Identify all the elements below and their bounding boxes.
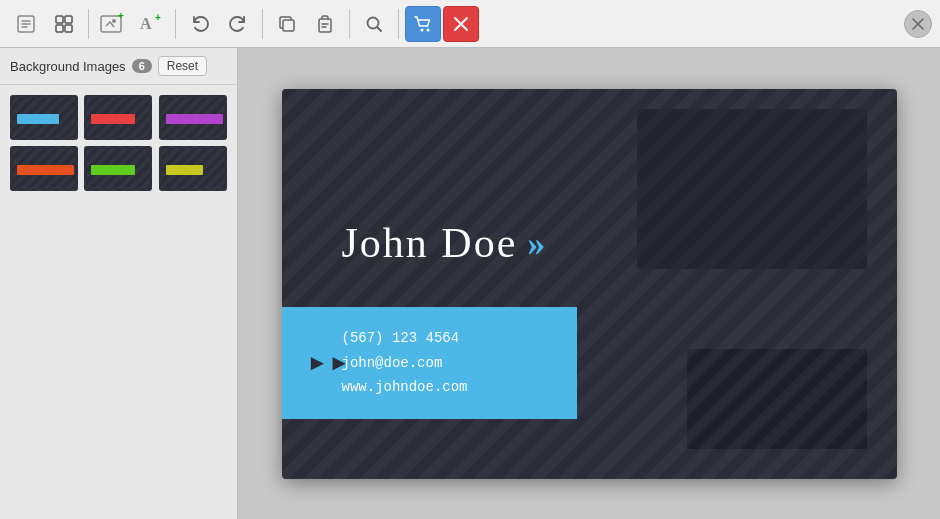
sidebar-badge: 6 (132, 59, 152, 73)
svg-rect-2 (65, 16, 72, 23)
thumbnail-2[interactable] (84, 95, 152, 140)
divider-1 (88, 9, 89, 39)
thumbnail-5[interactable] (84, 146, 152, 191)
card-info-box: ►► (567) 123 4564 john@doe.com www.johnd… (282, 307, 577, 418)
svg-rect-3 (56, 25, 63, 32)
paste-button[interactable] (307, 6, 343, 42)
divider-2 (175, 9, 176, 39)
svg-rect-1 (56, 16, 63, 23)
grid-tab-button[interactable] (46, 6, 82, 42)
svg-text:A: A (140, 15, 152, 32)
main-area: Background Images 6 Reset (0, 48, 940, 519)
divider-4 (349, 9, 350, 39)
svg-point-6 (112, 19, 116, 23)
card-website: www.johndoe.com (342, 376, 557, 398)
copy-button[interactable] (269, 6, 305, 42)
reset-button[interactable]: Reset (158, 56, 207, 76)
sidebar-title: Background Images (10, 59, 126, 74)
card-dark-overlay-bottom (687, 349, 867, 449)
svg-rect-10 (283, 20, 294, 31)
search-button[interactable] (356, 6, 392, 42)
card-phone: (567) 123 4564 (342, 327, 557, 349)
toolbar: + A + (0, 0, 940, 48)
undo-button[interactable] (182, 6, 218, 42)
card-email: john@doe.com (342, 352, 557, 374)
canvas-area: John Doe » ►► (567) 123 4564 john@doe.co… (238, 48, 940, 519)
svg-point-14 (427, 28, 430, 31)
svg-text:+: + (118, 13, 124, 21)
redo-button[interactable] (220, 6, 256, 42)
add-image-button[interactable]: + (95, 6, 131, 42)
edit-tab-button[interactable] (8, 6, 44, 42)
thumbnail-3[interactable] (159, 95, 227, 140)
thumbnail-4[interactable] (10, 146, 78, 191)
delete-button[interactable] (443, 6, 479, 42)
svg-point-12 (368, 17, 379, 28)
sidebar-header: Background Images 6 Reset (0, 48, 237, 85)
thumbnail-6[interactable] (159, 146, 227, 191)
add-text-button[interactable]: A + (133, 6, 169, 42)
card-name: John Doe » (342, 219, 548, 267)
cart-button[interactable] (405, 6, 441, 42)
divider-5 (398, 9, 399, 39)
thumbnail-1[interactable] (10, 95, 78, 140)
svg-text:+: + (155, 13, 161, 23)
svg-point-13 (421, 28, 424, 31)
card-name-text: John Doe (342, 219, 518, 267)
close-button[interactable] (904, 10, 932, 38)
card-canvas[interactable]: John Doe » ►► (567) 123 4564 john@doe.co… (282, 89, 897, 479)
thumbnail-grid (0, 85, 237, 201)
card-info-arrow: ►► (307, 350, 351, 376)
card-dark-overlay-top (637, 109, 867, 269)
svg-rect-4 (65, 25, 72, 32)
svg-rect-11 (319, 19, 331, 32)
divider-3 (262, 9, 263, 39)
card-name-arrow: » (527, 222, 547, 264)
sidebar: Background Images 6 Reset (0, 48, 238, 519)
